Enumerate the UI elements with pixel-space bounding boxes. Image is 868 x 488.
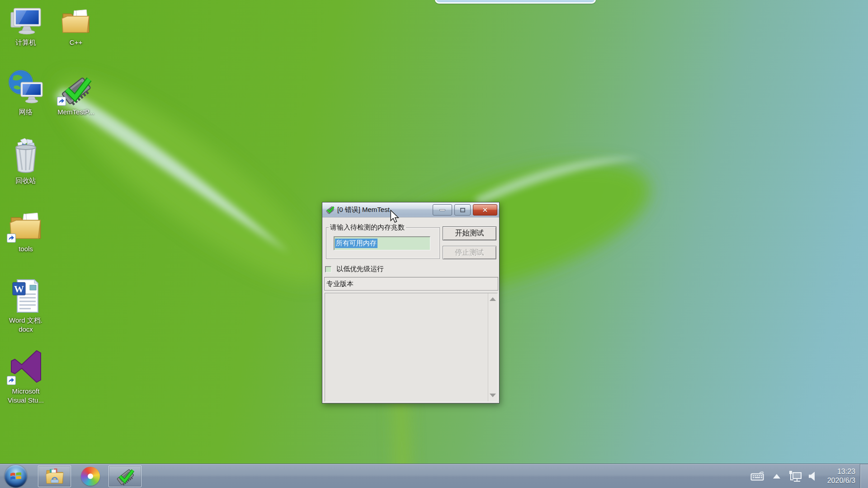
low-priority-checkbox[interactable] <box>325 266 331 272</box>
chevron-up-icon <box>773 474 781 479</box>
system-tray: 13:23 2020/6/3 <box>748 464 868 488</box>
taskbar: 13:23 2020/6/3 <box>0 464 868 488</box>
selected-input-text: 所有可用内存 <box>335 239 377 248</box>
icon-label: Word 文档. docx <box>2 316 49 334</box>
minimize-icon <box>439 209 445 211</box>
taskbar-memtest-button[interactable] <box>108 465 142 487</box>
icon-label: 计算机 <box>2 38 49 47</box>
icon-label: Microsoft Visual Stu... <box>2 387 49 405</box>
visual-studio-icon <box>2 347 49 385</box>
volume-tray-icon[interactable] <box>805 471 821 482</box>
start-button[interactable] <box>5 465 27 488</box>
tools-folder-icon <box>2 206 49 243</box>
maximize-button[interactable] <box>454 204 471 216</box>
taskbar-clock[interactable]: 13:23 2020/6/3 <box>827 467 855 485</box>
input-method-keyboard-icon[interactable] <box>748 471 768 481</box>
desktop-icon-word-doc[interactable]: W Word 文档. docx <box>2 278 49 334</box>
desktop-icon-network[interactable]: 网络 <box>2 69 49 117</box>
memtest-taskbar-icon <box>116 467 135 486</box>
clock-date: 2020/6/3 <box>827 476 855 485</box>
memtest-icon <box>52 73 99 106</box>
network-icon <box>2 69 49 106</box>
desktop-icon-recycle-bin[interactable]: 回收站 <box>2 136 49 185</box>
edition-field: 专业版本 <box>324 277 498 291</box>
minimize-button[interactable] <box>433 204 452 216</box>
browser-icon <box>81 467 100 486</box>
taskbar-browser-button[interactable] <box>75 465 106 487</box>
icon-label: MemTestP... <box>52 108 99 117</box>
clock-time: 13:23 <box>827 467 855 476</box>
vertical-scrollbar[interactable] <box>488 293 497 401</box>
show-hidden-icons-button[interactable] <box>768 474 786 479</box>
icon-label: C++ <box>52 38 99 47</box>
memtest-app-icon <box>326 205 335 214</box>
status-log-area <box>325 293 498 402</box>
icon-label: 回收站 <box>2 176 49 185</box>
icon-label: 网络 <box>2 108 49 117</box>
svg-text:W: W <box>14 283 24 295</box>
recycle-bin-icon <box>2 136 49 174</box>
scroll-down-icon[interactable] <box>490 394 496 397</box>
window-title: [0 错误] MemTest <box>337 206 390 214</box>
folder-icon <box>52 5 99 36</box>
low-priority-label: 以低优先级运行 <box>336 265 384 273</box>
shortcut-arrow-icon <box>7 376 16 385</box>
desktop-icon-visual-studio[interactable]: Microsoft Visual Stu... <box>2 347 49 405</box>
start-test-button[interactable]: 开始测试 <box>443 226 496 240</box>
desktop-icon-cpp[interactable]: C++ <box>52 5 99 47</box>
taskbar-explorer-button[interactable] <box>38 465 71 487</box>
show-desktop-button[interactable] <box>860 464 868 488</box>
maximize-icon <box>460 208 465 212</box>
windows-logo-icon <box>9 470 23 482</box>
stop-test-button-disabled[interactable]: 停止测试 <box>443 246 496 259</box>
offscreen-window-edge[interactable] <box>435 0 596 4</box>
desktop-icon-computer[interactable]: 计算机 <box>2 5 49 47</box>
close-icon: ✕ <box>482 206 488 214</box>
file-explorer-icon <box>45 467 65 485</box>
desktop-icon-memtest[interactable]: MemTestP... <box>52 73 99 117</box>
memory-amount-input[interactable]: 所有可用内存 <box>334 236 430 250</box>
word-document-icon: W <box>2 278 49 314</box>
memtest-window[interactable]: [0 错误] MemTest ✕ 请输入待检测的内存兆数 所有可用内存 开始测试… <box>322 202 500 404</box>
icon-label: tools <box>2 244 49 253</box>
network-tray-icon[interactable] <box>786 470 805 483</box>
computer-icon <box>2 5 49 36</box>
shortcut-arrow-icon <box>57 97 66 106</box>
scroll-up-icon[interactable] <box>490 297 496 301</box>
desktop: 计算机 C++ 网络 M <box>0 0 868 488</box>
desktop-icon-tools[interactable]: tools <box>2 206 49 253</box>
memory-groupbox-label: 请输入待检测的内存兆数 <box>329 223 406 232</box>
close-button[interactable]: ✕ <box>473 204 497 216</box>
shortcut-arrow-icon <box>7 234 16 243</box>
